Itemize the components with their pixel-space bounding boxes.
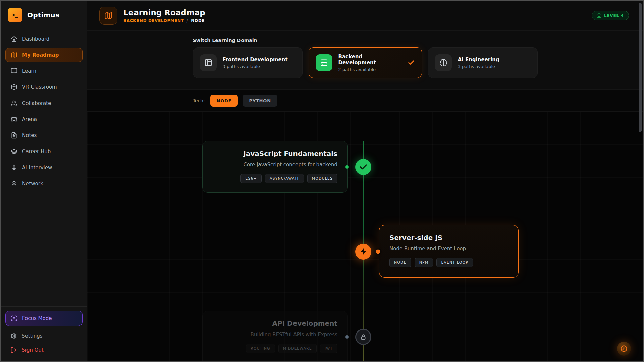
sidebar-item-notes[interactable]: Notes xyxy=(5,128,83,142)
focus-mode-label: Focus Mode xyxy=(22,315,52,321)
sidebar-item-label: Network xyxy=(22,181,43,187)
domain-card-backend[interactable]: Backend Development 2 paths available xyxy=(309,47,422,78)
server-icon xyxy=(320,59,328,67)
sign-out-label: Sign Out xyxy=(22,347,44,353)
sidebar-item-ai-interview[interactable]: AI Interview xyxy=(5,161,83,175)
tech-chip-node[interactable]: NODE xyxy=(210,95,238,107)
sidebar-item-vr-classroom[interactable]: VR Classroom xyxy=(5,80,83,94)
sidebar-item-dashboard[interactable]: Dashboard xyxy=(5,32,83,46)
brain-icon xyxy=(439,59,447,67)
domain-card-subtitle: 2 paths available xyxy=(338,67,401,72)
sidebar-item-label: Career Hub xyxy=(22,148,51,155)
tech-chip-python[interactable]: PYTHON xyxy=(243,95,277,107)
focus-mode-button[interactable]: Focus Mode xyxy=(5,311,83,326)
sidebar-item-label: Dashboard xyxy=(22,36,49,42)
tag: MIDDLEWARE xyxy=(278,344,317,353)
sidebar-item-my-roadmap[interactable]: My Roadmap xyxy=(5,48,83,62)
sign-out-button[interactable]: Sign Out xyxy=(5,343,83,357)
roadmap-card-title: Server-side JS xyxy=(389,234,508,242)
breadcrumb-domain: BACKEND DEVELOPMENT xyxy=(123,18,184,23)
lock-icon xyxy=(360,333,367,341)
roadmap-canvas: JavaScript Fundamentals Core JavaScript … xyxy=(87,112,643,361)
connector-dot-current xyxy=(376,250,380,254)
sidebar-item-label: VR Classroom xyxy=(22,84,57,90)
sidebar-item-learn[interactable]: Learn xyxy=(5,64,83,78)
file-text-icon xyxy=(11,132,17,139)
domain-card-text: Backend Development 2 paths available xyxy=(338,54,401,72)
focus-icon xyxy=(11,315,17,322)
roadmap-card-subtitle: Core JavaScript concepts for backend xyxy=(213,162,337,168)
settings-label: Settings xyxy=(22,333,43,339)
brain-icon-box xyxy=(435,54,452,71)
sidebar-item-label: My Roadmap xyxy=(22,52,59,58)
node-current-lightning[interactable] xyxy=(355,244,371,260)
domain-card-title: Backend Development xyxy=(338,54,401,66)
domain-switcher-label: Switch Learning Domain xyxy=(193,38,538,43)
trophy-icon xyxy=(597,13,601,18)
domain-card-text: Frontend Development 3 paths available xyxy=(223,57,288,69)
home-icon xyxy=(11,36,17,42)
sidebar-item-collaborate[interactable]: Collaborate xyxy=(5,96,83,110)
page-title: Learning Roadmap xyxy=(123,8,205,17)
scrollbar-thumb[interactable] xyxy=(639,3,642,132)
history-clock-button[interactable] xyxy=(617,342,631,356)
node-locked[interactable] xyxy=(355,329,371,345)
domain-card-frontend[interactable]: Frontend Development 3 paths available xyxy=(193,47,303,78)
tag: MODULES xyxy=(307,174,337,183)
domain-card-subtitle: 3 paths available xyxy=(223,64,288,69)
book-open-icon xyxy=(11,68,17,74)
tag: EVENT LOOP xyxy=(436,258,473,267)
cube-icon xyxy=(11,84,17,90)
app-name: Optimus xyxy=(27,11,59,19)
gamepad-icon xyxy=(11,116,17,123)
clock-icon xyxy=(620,345,628,353)
microphone-icon xyxy=(11,164,17,171)
tech-bar-inner: Tech: NODE PYTHON xyxy=(193,95,538,107)
layout-icon xyxy=(204,59,212,67)
domain-card-title: AI Engineering xyxy=(458,57,499,63)
breadcrumb-separator: / xyxy=(187,18,189,23)
level-badge-label: LEVEL 4 xyxy=(604,13,624,18)
server-icon-box xyxy=(316,54,332,71)
roadmap-card-tags: ES6+ ASYNC/AWAIT MODULES xyxy=(213,174,337,183)
roadmap-card-api-development[interactable]: API Development Building RESTful APIs wi… xyxy=(202,311,348,361)
node-completed-check[interactable] xyxy=(355,159,371,175)
connector-dot-locked xyxy=(345,335,349,339)
sidebar: >_ Optimus Dashboard My Roadmap Learn VR… xyxy=(1,1,87,361)
sidebar-item-label: Arena xyxy=(22,116,37,122)
tag: NPM xyxy=(415,258,433,267)
sidebar-item-network[interactable]: Network xyxy=(5,177,83,191)
domain-switcher: Switch Learning Domain Frontend Developm… xyxy=(87,31,643,90)
tag: ES6+ xyxy=(240,174,262,183)
logo-row: >_ Optimus xyxy=(1,1,87,29)
gear-icon xyxy=(10,333,17,339)
user-icon xyxy=(11,180,17,187)
map-icon xyxy=(11,52,17,58)
lightning-icon xyxy=(359,248,367,256)
roadmap-card-server-side-js[interactable]: Server-side JS Node Runtime and Event Lo… xyxy=(379,225,519,278)
breadcrumb: BACKEND DEVELOPMENT / NODE xyxy=(123,18,205,23)
roadmap-card-subtitle: Node Runtime and Event Loop xyxy=(389,246,508,252)
title-stack: Learning Roadmap BACKEND DEVELOPMENT / N… xyxy=(123,8,205,23)
sidebar-item-career-hub[interactable]: Career Hub xyxy=(5,144,83,159)
map-icon xyxy=(104,11,113,20)
roadmap-card-javascript-fundamentals[interactable]: JavaScript Fundamentals Core JavaScript … xyxy=(202,141,348,193)
selected-check-icon xyxy=(408,59,415,66)
sidebar-footer: Focus Mode Settings Sign Out xyxy=(1,306,87,361)
tag: ROUTING xyxy=(246,344,275,353)
roadmap-icon-box xyxy=(99,7,117,25)
sidebar-item-label: Notes xyxy=(22,132,37,138)
roadmap-card-tags: NODE NPM EVENT LOOP xyxy=(389,258,508,267)
roadmap-card-subtitle: Building RESTful APIs with Express xyxy=(213,331,337,338)
layout-icon-box xyxy=(200,54,217,71)
sidebar-nav: Dashboard My Roadmap Learn VR Classroom … xyxy=(1,29,87,306)
terminal-logo-icon: >_ xyxy=(8,8,22,22)
settings-button[interactable]: Settings xyxy=(5,329,83,343)
connector-dot-completed xyxy=(345,165,349,169)
domain-card-ai-engineering[interactable]: AI Engineering 3 paths available xyxy=(428,47,538,78)
domain-card-text: AI Engineering 3 paths available xyxy=(458,57,499,69)
sidebar-item-arena[interactable]: Arena xyxy=(5,112,83,126)
sidebar-item-label: Learn xyxy=(22,68,36,74)
roadmap-card-tags: ROUTING MIDDLEWARE JWT xyxy=(213,344,337,353)
page-header: Learning Roadmap BACKEND DEVELOPMENT / N… xyxy=(87,1,643,31)
